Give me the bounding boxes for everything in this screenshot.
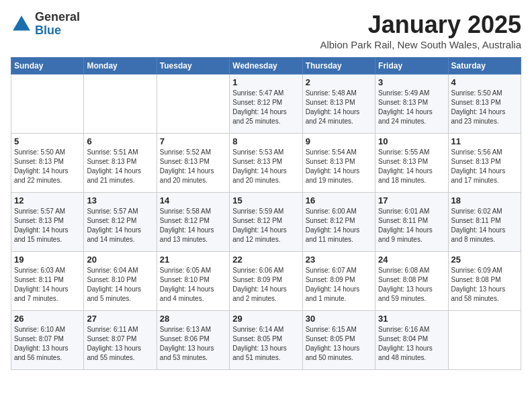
weekday-header: Tuesday bbox=[157, 58, 229, 75]
day-number: 28 bbox=[160, 314, 226, 324]
calendar-cell: 14Sunrise: 5:58 AM Sunset: 8:12 PM Dayli… bbox=[157, 193, 229, 252]
day-number: 13 bbox=[87, 195, 153, 205]
day-number: 16 bbox=[306, 195, 372, 205]
calendar-cell: 23Sunrise: 6:07 AM Sunset: 8:09 PM Dayli… bbox=[302, 252, 375, 311]
calendar-cell: 30Sunrise: 6:15 AM Sunset: 8:05 PM Dayli… bbox=[302, 311, 375, 370]
calendar-cell: 2Sunrise: 5:48 AM Sunset: 8:13 PM Daylig… bbox=[302, 75, 375, 134]
cell-info: Sunrise: 5:48 AM Sunset: 8:13 PM Dayligh… bbox=[306, 89, 372, 126]
calendar-cell: 19Sunrise: 6:03 AM Sunset: 8:11 PM Dayli… bbox=[11, 252, 84, 311]
cell-info: Sunrise: 6:08 AM Sunset: 8:08 PM Dayligh… bbox=[378, 266, 445, 304]
logo-blue: Blue bbox=[35, 24, 80, 38]
calendar-cell bbox=[11, 75, 84, 134]
page-header: General Blue January 2025 Albion Park Ra… bbox=[11, 11, 521, 50]
calendar-cell: 18Sunrise: 6:02 AM Sunset: 8:11 PM Dayli… bbox=[448, 193, 521, 252]
calendar-week-row: 19Sunrise: 6:03 AM Sunset: 8:11 PM Dayli… bbox=[11, 252, 521, 311]
calendar-table: SundayMondayTuesdayWednesdayThursdayFrid… bbox=[11, 57, 521, 370]
cell-info: Sunrise: 6:07 AM Sunset: 8:09 PM Dayligh… bbox=[306, 266, 372, 304]
calendar-cell bbox=[157, 75, 229, 134]
calendar-cell: 5Sunrise: 5:50 AM Sunset: 8:13 PM Daylig… bbox=[11, 134, 84, 193]
day-number: 25 bbox=[451, 255, 518, 265]
day-number: 24 bbox=[378, 255, 445, 265]
calendar-week-row: 26Sunrise: 6:10 AM Sunset: 8:07 PM Dayli… bbox=[11, 311, 521, 370]
day-number: 17 bbox=[378, 195, 445, 205]
calendar-cell: 1Sunrise: 5:47 AM Sunset: 8:12 PM Daylig… bbox=[230, 75, 302, 134]
weekday-header: Saturday bbox=[448, 58, 521, 75]
cell-info: Sunrise: 5:57 AM Sunset: 8:13 PM Dayligh… bbox=[14, 207, 81, 244]
cell-info: Sunrise: 6:06 AM Sunset: 8:09 PM Dayligh… bbox=[232, 266, 299, 304]
cell-info: Sunrise: 6:13 AM Sunset: 8:06 PM Dayligh… bbox=[160, 325, 226, 363]
day-number: 20 bbox=[87, 255, 153, 265]
calendar-cell: 31Sunrise: 6:16 AM Sunset: 8:04 PM Dayli… bbox=[375, 311, 448, 370]
cell-info: Sunrise: 5:49 AM Sunset: 8:13 PM Dayligh… bbox=[378, 89, 445, 126]
day-number: 19 bbox=[14, 255, 81, 265]
cell-info: Sunrise: 6:14 AM Sunset: 8:05 PM Dayligh… bbox=[232, 325, 299, 363]
day-number: 22 bbox=[232, 255, 299, 265]
day-number: 31 bbox=[378, 314, 445, 324]
cell-info: Sunrise: 5:59 AM Sunset: 8:12 PM Dayligh… bbox=[232, 207, 299, 244]
calendar-cell: 8Sunrise: 5:53 AM Sunset: 8:13 PM Daylig… bbox=[230, 134, 302, 193]
calendar-cell: 16Sunrise: 6:00 AM Sunset: 8:12 PM Dayli… bbox=[302, 193, 375, 252]
day-number: 6 bbox=[87, 136, 153, 146]
calendar-cell: 4Sunrise: 5:50 AM Sunset: 8:13 PM Daylig… bbox=[448, 75, 521, 134]
cell-info: Sunrise: 6:00 AM Sunset: 8:12 PM Dayligh… bbox=[306, 207, 372, 244]
calendar-cell: 13Sunrise: 5:57 AM Sunset: 8:12 PM Dayli… bbox=[84, 193, 157, 252]
calendar-cell: 22Sunrise: 6:06 AM Sunset: 8:09 PM Dayli… bbox=[230, 252, 302, 311]
weekday-header: Sunday bbox=[11, 58, 84, 75]
calendar-cell bbox=[84, 75, 157, 134]
cell-info: Sunrise: 6:15 AM Sunset: 8:05 PM Dayligh… bbox=[306, 325, 372, 363]
day-number: 4 bbox=[451, 77, 518, 87]
cell-info: Sunrise: 6:10 AM Sunset: 8:07 PM Dayligh… bbox=[14, 325, 81, 363]
month-title: January 2025 bbox=[320, 11, 521, 39]
cell-info: Sunrise: 6:02 AM Sunset: 8:11 PM Dayligh… bbox=[451, 207, 518, 244]
day-number: 8 bbox=[232, 136, 299, 146]
calendar-cell: 3Sunrise: 5:49 AM Sunset: 8:13 PM Daylig… bbox=[375, 75, 448, 134]
calendar-cell: 6Sunrise: 5:51 AM Sunset: 8:13 PM Daylig… bbox=[84, 134, 157, 193]
calendar-cell: 10Sunrise: 5:55 AM Sunset: 8:13 PM Dayli… bbox=[375, 134, 448, 193]
calendar-cell bbox=[448, 311, 521, 370]
calendar-cell: 7Sunrise: 5:52 AM Sunset: 8:13 PM Daylig… bbox=[157, 134, 229, 193]
cell-info: Sunrise: 6:03 AM Sunset: 8:11 PM Dayligh… bbox=[14, 266, 81, 304]
cell-info: Sunrise: 6:16 AM Sunset: 8:04 PM Dayligh… bbox=[378, 325, 445, 363]
calendar-cell: 15Sunrise: 5:59 AM Sunset: 8:12 PM Dayli… bbox=[230, 193, 302, 252]
day-number: 3 bbox=[378, 77, 445, 87]
day-number: 29 bbox=[232, 314, 299, 324]
calendar-cell: 20Sunrise: 6:04 AM Sunset: 8:10 PM Dayli… bbox=[84, 252, 157, 311]
weekday-header: Monday bbox=[84, 58, 157, 75]
cell-info: Sunrise: 5:53 AM Sunset: 8:13 PM Dayligh… bbox=[232, 148, 299, 185]
calendar-header: SundayMondayTuesdayWednesdayThursdayFrid… bbox=[11, 58, 521, 75]
day-number: 9 bbox=[306, 136, 372, 146]
weekday-header: Wednesday bbox=[230, 58, 302, 75]
cell-info: Sunrise: 6:04 AM Sunset: 8:10 PM Dayligh… bbox=[87, 266, 153, 304]
day-number: 2 bbox=[306, 77, 372, 87]
calendar-cell: 29Sunrise: 6:14 AM Sunset: 8:05 PM Dayli… bbox=[230, 311, 302, 370]
calendar-week-row: 5Sunrise: 5:50 AM Sunset: 8:13 PM Daylig… bbox=[11, 134, 521, 193]
day-number: 7 bbox=[160, 136, 226, 146]
svg-marker-0 bbox=[13, 15, 30, 30]
cell-info: Sunrise: 5:54 AM Sunset: 8:13 PM Dayligh… bbox=[306, 148, 372, 185]
cell-info: Sunrise: 6:05 AM Sunset: 8:10 PM Dayligh… bbox=[160, 266, 226, 304]
weekday-row: SundayMondayTuesdayWednesdayThursdayFrid… bbox=[11, 58, 521, 75]
calendar-cell: 17Sunrise: 6:01 AM Sunset: 8:11 PM Dayli… bbox=[375, 193, 448, 252]
day-number: 5 bbox=[14, 136, 81, 146]
cell-info: Sunrise: 5:55 AM Sunset: 8:13 PM Dayligh… bbox=[378, 148, 445, 185]
cell-info: Sunrise: 5:50 AM Sunset: 8:13 PM Dayligh… bbox=[451, 89, 518, 126]
calendar-cell: 24Sunrise: 6:08 AM Sunset: 8:08 PM Dayli… bbox=[375, 252, 448, 311]
cell-info: Sunrise: 5:50 AM Sunset: 8:13 PM Dayligh… bbox=[14, 148, 81, 185]
day-number: 10 bbox=[378, 136, 445, 146]
day-number: 1 bbox=[232, 77, 299, 87]
day-number: 23 bbox=[306, 255, 372, 265]
calendar-cell: 11Sunrise: 5:56 AM Sunset: 8:13 PM Dayli… bbox=[448, 134, 521, 193]
calendar-cell: 12Sunrise: 5:57 AM Sunset: 8:13 PM Dayli… bbox=[11, 193, 84, 252]
location: Albion Park Rail, New South Wales, Austr… bbox=[320, 39, 521, 50]
cell-info: Sunrise: 5:57 AM Sunset: 8:12 PM Dayligh… bbox=[87, 207, 153, 244]
calendar-cell: 25Sunrise: 6:09 AM Sunset: 8:08 PM Dayli… bbox=[448, 252, 521, 311]
logo-text: General Blue bbox=[35, 11, 80, 38]
day-number: 11 bbox=[451, 136, 518, 146]
day-number: 15 bbox=[232, 195, 299, 205]
weekday-header: Friday bbox=[375, 58, 448, 75]
calendar-week-row: 1Sunrise: 5:47 AM Sunset: 8:12 PM Daylig… bbox=[11, 75, 521, 134]
cell-info: Sunrise: 5:51 AM Sunset: 8:13 PM Dayligh… bbox=[87, 148, 153, 185]
day-number: 27 bbox=[87, 314, 153, 324]
calendar-cell: 21Sunrise: 6:05 AM Sunset: 8:10 PM Dayli… bbox=[157, 252, 229, 311]
day-number: 12 bbox=[14, 195, 81, 205]
